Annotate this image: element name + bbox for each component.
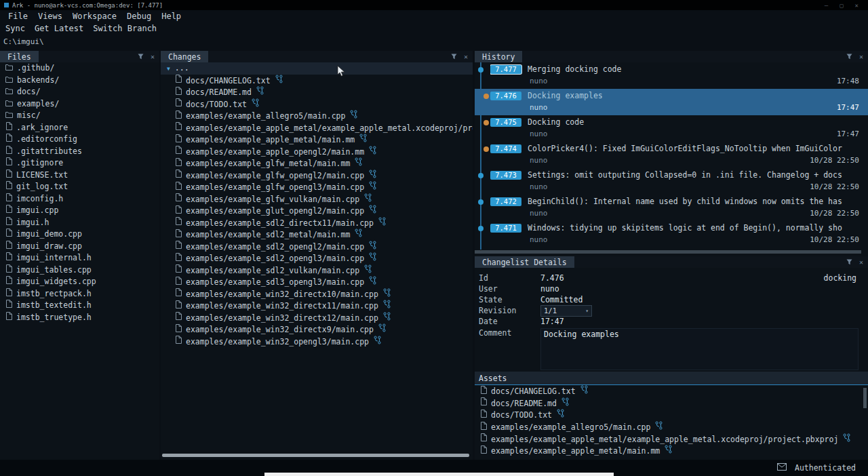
filter-icon[interactable] [846, 52, 852, 62]
folder-icon [5, 86, 13, 98]
mail-icon[interactable] [777, 463, 787, 473]
file-tree-file[interactable]: imgui_tables.cpp [0, 264, 159, 277]
file-tree-file[interactable]: imstb_rectpack.h [0, 288, 159, 300]
file-tree-file[interactable]: .ark_ignore [0, 122, 159, 134]
file-tree-file[interactable]: imstb_truetype.h [0, 312, 159, 324]
commit-row[interactable]: 7.473Settings: omit outputing Collapsed=… [475, 168, 868, 195]
file-tree-file[interactable]: git_log.txt [0, 181, 159, 193]
document-icon [480, 422, 487, 433]
changed-file-row[interactable]: examples/example_sdl2_vulkan/main.cpp [161, 264, 473, 277]
file-tree-file[interactable]: imgui_internal.h [0, 252, 159, 264]
file-tree-file[interactable]: imstb_textedit.h [0, 300, 159, 312]
toolbar-button-switch-branch[interactable]: Switch Branch [93, 24, 157, 33]
minimize-icon[interactable]: – [825, 2, 828, 9]
menu-debug[interactable]: Debug [127, 12, 151, 21]
file-tree-file[interactable]: .gitattributes [0, 146, 159, 158]
toolbar-button-sync[interactable]: Sync [5, 24, 25, 33]
comment-box[interactable]: Docking examples [540, 328, 859, 370]
collapse-arrow-icon[interactable]: ▼ [167, 66, 170, 72]
revision-badge: 7.476 [490, 92, 521, 100]
commit-row[interactable]: 7.472BeginChild(): Internal name used by… [475, 195, 868, 221]
commit-row[interactable]: 7.471Windows: tidying up skipitems logic… [475, 221, 868, 247]
commit-message: Docking code [528, 117, 584, 127]
changed-file-row[interactable]: examples/example_win32_directx9/main.cpp [161, 323, 473, 336]
asset-row[interactable]: docs/README.md [475, 397, 861, 410]
menu-workspace[interactable]: Workspace [73, 12, 117, 21]
filter-icon[interactable] [138, 52, 144, 62]
changed-file-row[interactable]: docs/CHANGELOG.txt [161, 75, 473, 87]
filter-icon[interactable] [846, 258, 852, 267]
file-tree-file[interactable]: LICENSE.txt [0, 170, 159, 182]
asset-row[interactable]: docs/TODO.txt [475, 409, 861, 421]
tab-changes[interactable]: Changes [161, 51, 208, 62]
tab-history[interactable]: History [475, 51, 522, 62]
close-icon[interactable]: ✕ [855, 2, 859, 9]
commit-row[interactable]: 7.470Windows: fixed double-clicked borde… [475, 247, 868, 250]
changed-file-row[interactable]: examples/example_win32_opengl3/main.cpp [161, 336, 473, 348]
close-panel-icon[interactable]: ✕ [464, 54, 468, 60]
history-horizontal-scrollbar[interactable] [475, 250, 861, 254]
file-tree-file[interactable]: .gitignore [0, 157, 159, 170]
file-tree-folder[interactable]: docs/ [0, 86, 159, 98]
file-tree-file[interactable]: imgui.cpp [0, 205, 159, 217]
file-tree-folder[interactable]: .github/ [0, 62, 159, 75]
tab-changelist-details[interactable]: Changelist Details [475, 256, 574, 268]
changed-file-row[interactable]: examples/example_sdl3_opengl3/main.cpp [161, 276, 473, 288]
changed-file-row[interactable]: docs/README.md [161, 86, 473, 98]
close-panel-icon[interactable]: ✕ [859, 54, 863, 60]
changed-file-row[interactable]: examples/example_win32_directx12/main.cp… [161, 312, 473, 324]
document-icon [480, 445, 487, 457]
file-tree-file[interactable]: imgui.h [0, 217, 159, 229]
menu-views[interactable]: Views [38, 12, 62, 21]
assets-vertical-scrollbar[interactable] [863, 388, 867, 408]
commit-graph-dot [478, 173, 484, 178]
commit-row[interactable]: 7.476Docking examplesnuno17:47 [475, 89, 868, 115]
file-tree-folder[interactable]: examples/ [0, 98, 159, 111]
file-tree-file[interactable]: imgui_demo.cpp [0, 229, 159, 241]
asset-row[interactable]: examples/example_allegro5/main.cpp [475, 421, 861, 433]
tab-files[interactable]: Files [0, 51, 39, 62]
revision-combobox[interactable]: 1/1▾ [540, 305, 592, 317]
changed-file-row[interactable]: examples/example_win32_directx10/main.cp… [161, 288, 473, 300]
branch-icon [256, 86, 264, 98]
changed-file-row[interactable]: examples/example_glfw_opengl2/main.cpp [161, 170, 473, 182]
file-tree-folder[interactable]: backends/ [0, 75, 159, 87]
file-tree-file[interactable]: .editorconfig [0, 134, 159, 146]
menu-file[interactable]: File [8, 12, 28, 21]
changed-file-row[interactable]: examples/example_apple_metal/main.mm [161, 134, 473, 146]
commit-row[interactable]: 7.474ColorPicker4(): Fixed ImGuiColorEdi… [475, 142, 868, 168]
changed-file-row[interactable]: examples/example_glfw_opengl3/main.cpp [161, 181, 473, 193]
changes-root-row[interactable]: ▼... [161, 62, 473, 75]
close-panel-icon[interactable]: ✕ [151, 54, 155, 60]
changed-file-row[interactable]: examples/example_glut_opengl2/main.cpp [161, 205, 473, 217]
file-tree-file[interactable]: imgui_widgets.cpp [0, 276, 159, 288]
file-name: .github/ [17, 63, 54, 73]
asset-row[interactable]: docs/CHANGELOG.txt [475, 385, 861, 397]
file-tree-folder[interactable]: misc/ [0, 110, 159, 122]
asset-row[interactable]: examples/example_apple_metal/example_app… [475, 433, 861, 445]
menu-help[interactable]: Help [161, 12, 181, 21]
changed-file-row[interactable]: examples/example_apple_opengl2/main.mm [161, 146, 473, 158]
commit-row[interactable]: 7.475Docking codenuno17:47 [475, 115, 868, 142]
changed-file-row[interactable]: examples/example_apple_metal/example_app… [161, 122, 473, 134]
asset-row[interactable]: examples/example_apple_metal/main.mm [475, 445, 861, 457]
changed-file-row[interactable]: examples/example_sdl2_opengl3/main.cpp [161, 252, 473, 264]
changed-file-row[interactable]: docs/TODO.txt [161, 98, 473, 111]
commit-time: 10/28 22:50 [810, 156, 859, 165]
changes-horizontal-scrollbar[interactable] [162, 454, 469, 457]
maximize-icon[interactable]: ▢ [840, 2, 843, 9]
changed-file-row[interactable]: examples/example_sdl2_opengl2/main.cpp [161, 241, 473, 253]
changed-file-row[interactable]: examples/example_allegro5/main.cpp [161, 110, 473, 122]
changed-file-row[interactable]: examples/example_win32_directx11/main.cp… [161, 300, 473, 312]
changed-file-row[interactable]: examples/example_sdl2_directx11/main.cpp [161, 217, 473, 229]
commit-row[interactable]: 7.477Merging docking codenuno17:48 [475, 62, 868, 89]
changed-file-row[interactable]: examples/example_sdl2_metal/main.mm [161, 229, 473, 241]
filter-icon[interactable] [451, 52, 457, 62]
close-panel-icon[interactable]: ✕ [859, 259, 863, 266]
commit-message: Settings: omit outputing Collapsed=0 in … [528, 170, 842, 180]
changed-file-row[interactable]: examples/example_glfw_metal/main.mm [161, 157, 473, 170]
toolbar-button-get-latest[interactable]: Get Latest [35, 24, 83, 33]
file-tree-file[interactable]: imgui_draw.cpp [0, 241, 159, 253]
file-tree-file[interactable]: imconfig.h [0, 193, 159, 205]
changed-file-row[interactable]: examples/example_glfw_vulkan/main.cpp [161, 193, 473, 205]
